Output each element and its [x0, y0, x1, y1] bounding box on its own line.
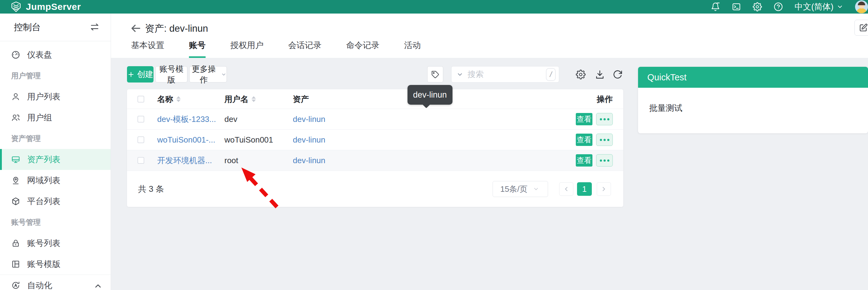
column-header-username: 用户名 — [224, 94, 248, 104]
tab-session-records[interactable]: 会话记录 — [288, 40, 321, 58]
tag-icon — [431, 70, 439, 79]
page-title: 资产: dev-linun — [145, 22, 208, 35]
asset-link[interactable]: dev-linun — [293, 156, 326, 165]
chevron-right-icon — [600, 186, 607, 192]
account-template-button[interactable]: 账号模版 — [155, 66, 187, 82]
sidebar-item-asset-list[interactable]: 资产列表 — [0, 149, 111, 170]
sidebar-item-label: 网域列表 — [27, 175, 60, 186]
sort-icon[interactable] — [176, 96, 181, 102]
avatar[interactable] — [855, 0, 868, 13]
jumpserver-logo-icon — [10, 1, 22, 13]
page-size-value: 15条/页 — [500, 184, 527, 194]
sidebar-item-account-template[interactable]: 账号模版 — [0, 254, 111, 275]
table-row: woTuiSon001-... woTuiSon001 dev-linun 查看 — [127, 130, 623, 150]
asset-icon — [11, 155, 20, 164]
view-button[interactable]: 查看 — [576, 113, 592, 125]
brand-logo[interactable]: JumpServer — [10, 1, 81, 13]
tab-bar: 基本设置 账号 授权用户 会话记录 命令记录 活动 — [131, 40, 421, 58]
bell-icon[interactable] — [711, 2, 720, 11]
row-checkbox[interactable] — [137, 157, 144, 164]
chevron-down-icon — [533, 186, 539, 192]
sidebar-section-accounts: 账号管理 — [0, 212, 111, 233]
sidebar-item-label: 用户组 — [27, 112, 52, 123]
download-icon[interactable] — [595, 70, 605, 79]
row-more-actions-button[interactable] — [596, 134, 613, 146]
account-name-link[interactable]: dev-模板-1233... — [157, 114, 216, 125]
users-icon — [11, 113, 20, 122]
row-more-actions-button[interactable] — [596, 113, 613, 125]
sidebar-item-dashboard[interactable]: 仪表盘 — [0, 44, 111, 65]
edit-button[interactable] — [855, 20, 868, 36]
domain-icon — [11, 176, 20, 185]
back-arrow-icon[interactable] — [129, 22, 142, 34]
quicktest-body: 批量测试 — [638, 88, 868, 133]
sidebar-item-automation[interactable]: 自动化 — [0, 275, 111, 290]
total-count: 共 3 条 — [138, 183, 164, 194]
refresh-icon[interactable] — [613, 70, 623, 79]
gear-icon[interactable] — [753, 2, 762, 11]
page-header: 资产: dev-linun 基本设置 账号 授权用户 会话记录 命令记录 活动 — [111, 13, 868, 58]
account-name-link[interactable]: 开发环境机器... — [157, 155, 212, 166]
row-more-actions-button[interactable] — [596, 154, 613, 167]
chevron-down-icon — [837, 3, 843, 10]
account-name-link[interactable]: woTuiSon001-... — [157, 135, 215, 145]
account-username: dev — [224, 114, 237, 124]
tab-authorized-users[interactable]: 授权用户 — [230, 40, 264, 58]
row-checkbox[interactable] — [137, 136, 144, 143]
next-page-button[interactable] — [597, 182, 611, 196]
asset-link[interactable]: dev-linun — [293, 114, 326, 124]
tab-command-records[interactable]: 命令记录 — [346, 40, 379, 58]
chevron-left-icon — [563, 186, 569, 192]
sidebar-item-domain-list[interactable]: 网域列表 — [0, 170, 111, 191]
sidebar-header: 控制台 — [0, 13, 111, 41]
template-icon — [11, 259, 20, 269]
tag-filter-button[interactable] — [427, 66, 443, 82]
platform-icon — [11, 197, 20, 206]
web-terminal-icon[interactable] — [732, 2, 741, 11]
tab-activity[interactable]: 活动 — [404, 40, 421, 58]
sidebar-item-label: 账号模版 — [27, 259, 60, 270]
brand-name: JumpServer — [26, 2, 81, 12]
language-selector[interactable]: 中文(简体) — [795, 1, 843, 12]
view-button[interactable]: 查看 — [576, 154, 592, 167]
view-button[interactable]: 查看 — [576, 134, 592, 146]
account-template-label: 账号模版 — [156, 64, 187, 85]
page-number-button[interactable]: 1 — [577, 182, 592, 196]
sidebar-item-user-groups[interactable]: 用户组 — [0, 107, 111, 128]
column-header-asset: 资产 — [293, 94, 309, 104]
row-checkbox[interactable] — [137, 116, 144, 122]
page-size-select[interactable]: 15条/页 — [493, 181, 548, 197]
table-footer: 共 3 条 15条/页 1 — [127, 171, 623, 207]
prev-page-button[interactable] — [559, 182, 573, 196]
quicktest-header: QuickTest — [638, 67, 868, 88]
more-actions-label: 更多操作 — [190, 64, 218, 85]
view-switch-icon[interactable] — [90, 23, 99, 32]
sidebar-item-label: 用户列表 — [27, 91, 60, 102]
more-actions-button[interactable]: 更多操作 — [189, 66, 227, 82]
edit-icon — [859, 24, 868, 32]
table-settings-icon[interactable] — [576, 70, 586, 79]
search-filter-chevron-icon[interactable] — [457, 71, 463, 78]
column-header-actions: 操作 — [597, 94, 613, 104]
dashboard-icon — [11, 50, 20, 60]
chevron-up-icon[interactable] — [93, 281, 101, 289]
lock-icon — [11, 239, 20, 248]
sidebar-item-label: 账号列表 — [27, 238, 60, 249]
quicktest-panel: QuickTest 批量测试 — [638, 67, 868, 133]
help-icon[interactable] — [774, 2, 783, 11]
search-input[interactable] — [468, 70, 546, 79]
create-button[interactable]: 创建 — [127, 66, 154, 82]
select-all-checkbox[interactable] — [137, 96, 144, 103]
accounts-table: 名称 用户名 资产 操作 dev-模板-1233... dev dev-linu… — [127, 89, 623, 207]
tab-accounts[interactable]: 账号 — [189, 40, 206, 58]
column-header-name: 名称 — [157, 94, 173, 104]
sidebar-item-label: 平台列表 — [27, 196, 60, 207]
sidebar-item-account-list[interactable]: 账号列表 — [0, 233, 111, 254]
sort-icon[interactable] — [251, 96, 256, 102]
sidebar-item-user-list[interactable]: 用户列表 — [0, 86, 111, 107]
asset-link[interactable]: dev-linun — [293, 135, 326, 145]
sidebar-item-platform-list[interactable]: 平台列表 — [0, 191, 111, 212]
tab-basic-settings[interactable]: 基本设置 — [131, 40, 164, 58]
language-label: 中文(简体) — [795, 1, 834, 12]
user-icon — [11, 92, 20, 101]
